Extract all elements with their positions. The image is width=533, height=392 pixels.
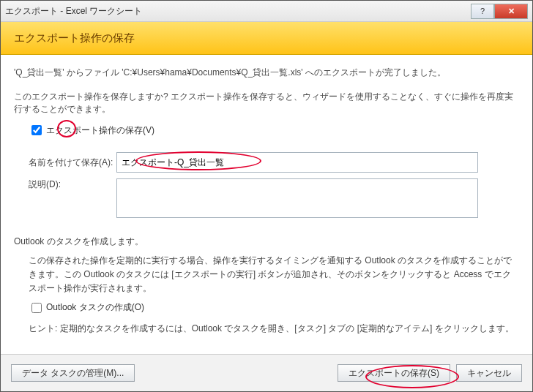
dialog-footer: データ タスクの管理(M)... エクスポートの保存(S) キャンセル	[1, 354, 532, 391]
save-export-row: エクスポート操作の保存(V)	[29, 123, 519, 137]
cancel-button[interactable]: キャンセル	[456, 364, 522, 382]
titlebar: エクスポート - Excel ワークシート ? ✕	[1, 1, 532, 22]
outlook-task-checkbox[interactable]	[31, 303, 42, 313]
export-complete-message: 'Q_貸出一覧' からファイル 'C:¥Users¥hama¥Documents…	[14, 67, 519, 79]
dialog-window: エクスポート - Excel ワークシート ? ✕ エクスポート操作の保存 'Q…	[0, 0, 533, 392]
description-label: 説明(D):	[29, 178, 116, 191]
outlook-note: この保存された操作を定期的に実行する場合、操作を実行するタイミングを通知する O…	[29, 254, 519, 296]
outlook-task-row: Outlook タスクの作成(O)	[29, 301, 519, 315]
window-title: エクスポート - Excel ワークシート	[5, 5, 471, 18]
manage-data-tasks-button[interactable]: データ タスクの管理(M)...	[11, 364, 135, 382]
save-export-checkbox[interactable]	[31, 125, 42, 135]
save-export-label[interactable]: エクスポート操作の保存(V)	[46, 124, 154, 137]
dialog-header: エクスポート操作の保存	[1, 22, 532, 55]
outlook-heading: Outlook のタスクを作成します。	[14, 235, 519, 248]
save-question: このエクスポート操作を保存しますか? エクスポート操作を保存すると、ウィザードを…	[14, 91, 519, 116]
name-label: 名前を付けて保存(A):	[29, 157, 116, 169]
dialog-body: 'Q_貸出一覧' からファイル 'C:¥Users¥hama¥Documents…	[1, 55, 532, 379]
help-button[interactable]: ?	[471, 4, 494, 19]
titlebar-buttons: ? ✕	[471, 4, 528, 19]
save-export-button[interactable]: エクスポートの保存(S)	[338, 364, 450, 382]
close-button[interactable]: ✕	[494, 4, 528, 19]
name-input[interactable]	[116, 152, 478, 173]
header-title: エクスポート操作の保存	[14, 31, 135, 45]
description-input[interactable]	[116, 178, 478, 218]
hint-text: ヒント: 定期的なタスクを作成するには、Outlook でタスクを開き、[タスク…	[29, 323, 519, 335]
outlook-task-label[interactable]: Outlook タスクの作成(O)	[46, 301, 144, 314]
